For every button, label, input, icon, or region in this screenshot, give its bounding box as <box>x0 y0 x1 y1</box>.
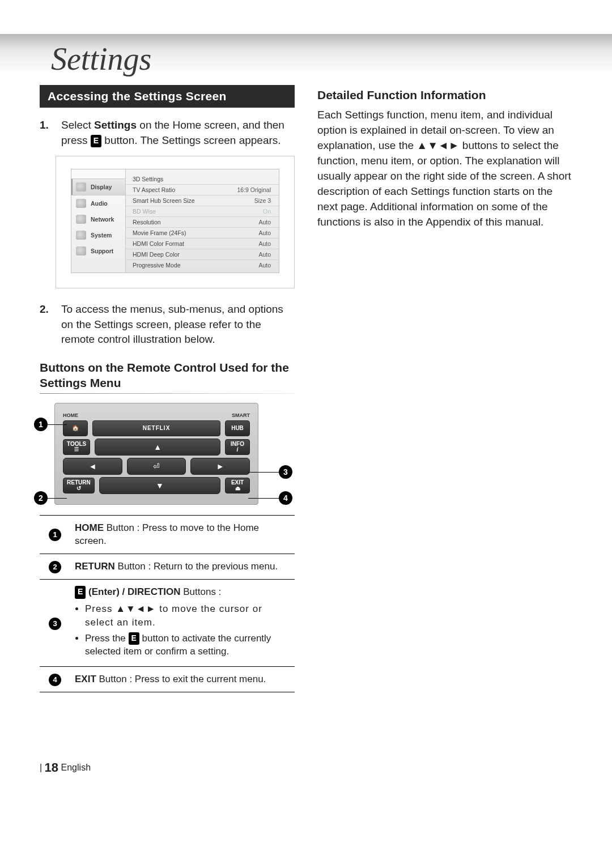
sub-heading: Buttons on the Remote Control Used for t… <box>40 360 295 391</box>
setting-row: TV Aspect Ratio16:9 Original <box>126 184 279 195</box>
display-icon <box>76 182 86 192</box>
setting-label: TV Aspect Ratio <box>133 186 175 193</box>
netflix-button: NETFLIX <box>92 420 220 436</box>
settings-screenshot: Display Audio Network System Support 3D … <box>56 156 295 288</box>
button-desc: Button : Press to exit the current menu. <box>96 674 266 684</box>
sidebar-item-system: System <box>71 227 125 243</box>
sidebar-item-display: Display <box>71 178 125 195</box>
bullet: Press the E button to activate the curre… <box>85 632 290 659</box>
setting-row: 3D Settings <box>126 174 279 184</box>
home-button: 🏠 <box>63 420 88 436</box>
row-number: 3 <box>49 618 61 630</box>
setting-label: Progressive Mode <box>133 262 181 269</box>
sidebar-label: Display <box>91 184 112 190</box>
setting-label: BD Wise <box>133 208 156 215</box>
setting-label: Movie Frame (24Fs) <box>133 229 186 236</box>
step-1: 1. Select Settings on the Home screen, a… <box>40 118 295 148</box>
setting-value: Size 3 <box>254 197 271 204</box>
step-number: 2. <box>40 302 53 347</box>
table-row: 3 E (Enter) / DIRECTION Buttons : Press … <box>40 580 295 667</box>
sidebar-label: Support <box>91 248 113 254</box>
audio-icon <box>76 199 86 208</box>
callout-line <box>46 424 67 426</box>
setting-row: HDMI Deep ColorAuto <box>126 249 279 259</box>
step-2: 2. To access the menus, sub-menus, and o… <box>40 302 295 347</box>
return-button: RETURN↺ <box>63 478 95 493</box>
button-description-table: 1 HOME Button : Press to move to the Hom… <box>40 515 295 693</box>
setting-value: Auto <box>258 262 271 269</box>
bullet: Press ▲▼◄► to move the cursor or select … <box>85 602 290 629</box>
network-icon <box>76 215 86 224</box>
setting-value: Auto <box>258 219 271 225</box>
button-name: RETURN <box>75 561 115 572</box>
step1-pre: Select <box>61 119 94 131</box>
setting-label: HDMI Color Format <box>133 240 184 247</box>
setting-value: Auto <box>258 251 271 258</box>
section-heading: Accessing the Settings Screen <box>40 85 295 108</box>
sidebar-item-support: Support <box>71 243 125 259</box>
setting-row: HDMI Color FormatAuto <box>126 238 279 249</box>
sidebar-label: Network <box>91 216 114 223</box>
remote-smart-label: SMART <box>159 412 250 418</box>
setting-label: HDMI Deep Color <box>133 251 180 258</box>
sidebar-label: System <box>91 232 112 239</box>
button-desc: Buttons : <box>181 586 222 597</box>
sidebar-item-network: Network <box>71 211 125 227</box>
setting-row: ResolutionAuto <box>126 216 279 227</box>
row-number: 4 <box>49 674 61 686</box>
setting-value: Auto <box>258 229 271 236</box>
callout-line <box>248 472 280 473</box>
bullet-text: Press ▲▼◄► to move the cursor or select … <box>85 603 262 628</box>
bullet-text: Press the <box>85 633 129 644</box>
remote-home-label: HOME <box>63 412 154 418</box>
info-button: INFOi <box>225 439 250 455</box>
page-number: 18 <box>45 760 58 775</box>
page-title: Settings <box>51 41 151 77</box>
button-name: EXIT <box>75 674 96 684</box>
right-heading: Detailed Function Information <box>317 88 572 102</box>
step1-bold: Settings <box>94 119 137 131</box>
table-row: 2 RETURN Button : Return to the previous… <box>40 554 295 580</box>
table-row: 1 HOME Button : Press to move to the Hom… <box>40 515 295 554</box>
support-icon <box>76 246 86 256</box>
setting-value: Auto <box>258 240 271 247</box>
setting-label: 3D Settings <box>133 176 163 182</box>
remote-illustration: 1 2 3 4 HOME SMART 🏠 NETFLIX HUB TOOLS <box>54 403 258 505</box>
button-desc: Button : Return to the previous menu. <box>115 561 278 572</box>
page-footer: | 18 English <box>40 760 572 775</box>
setting-value: On <box>263 208 271 215</box>
setting-row: Movie Frame (24Fs)Auto <box>126 227 279 238</box>
system-icon <box>76 231 86 240</box>
setting-label: Resolution <box>133 219 161 225</box>
callout-4: 4 <box>279 491 292 505</box>
callout-2: 2 <box>34 491 48 505</box>
setting-row: Progressive ModeAuto <box>126 259 279 270</box>
sidebar-item-audio: Audio <box>71 195 125 211</box>
tools-button: TOOLS☰ <box>63 439 90 455</box>
callout-line <box>46 498 67 499</box>
right-body-text: Each Settings function, menu item, and i… <box>317 108 572 230</box>
hub-button: HUB <box>225 420 250 436</box>
exit-button: EXIT⏏ <box>225 478 250 493</box>
up-arrow-button: ▲ <box>95 439 220 456</box>
right-arrow-button: ► <box>190 458 250 475</box>
table-row: 4 EXIT Button : Press to exit the curren… <box>40 667 295 692</box>
step2-body: To access the menus, sub-menus, and opti… <box>61 302 295 347</box>
down-arrow-button: ▼ <box>99 477 220 494</box>
callout-line <box>248 498 280 499</box>
setting-value: 16:9 Original <box>237 186 271 193</box>
sidebar-label: Audio <box>91 200 108 207</box>
left-arrow-button: ◄ <box>63 458 122 475</box>
footer-bar: | <box>40 763 42 772</box>
enter-icon: E <box>129 632 139 645</box>
enter-button: ⏎ <box>127 458 186 475</box>
button-name: (Enter) / DIRECTION <box>86 586 180 597</box>
row-number: 2 <box>49 561 61 573</box>
callout-1: 1 <box>34 418 48 431</box>
settings-main: 3D SettingsTV Aspect Ratio16:9 OriginalS… <box>126 169 279 273</box>
step-number: 1. <box>40 118 53 148</box>
callout-3: 3 <box>279 465 292 479</box>
step1-post: button. The Settings screen appears. <box>101 134 281 146</box>
setting-row: BD WiseOn <box>126 206 279 216</box>
setting-row: Smart Hub Screen SizeSize 3 <box>126 195 279 206</box>
